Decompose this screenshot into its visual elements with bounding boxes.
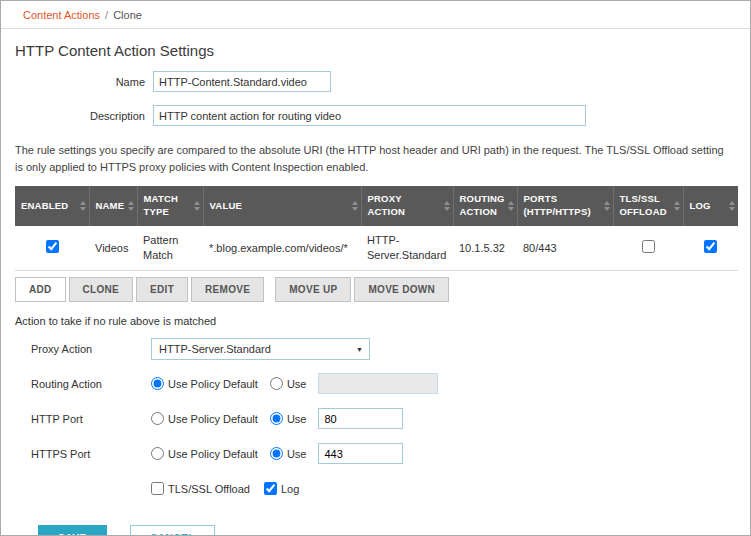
http-port-use-policy-default-label: Use Policy Default: [168, 413, 258, 425]
breadcrumb: Content Actions/Clone: [1, 1, 750, 29]
column-header-enabled[interactable]: ENABLED: [15, 186, 89, 226]
https-port-use-policy-default-radio[interactable]: [151, 447, 164, 460]
rule-name-cell: Videos: [89, 226, 137, 270]
proxy-action-select[interactable]: HTTP-Server.Standard ▼: [151, 338, 370, 360]
chevron-down-icon: ▼: [356, 346, 363, 353]
column-header-log[interactable]: LOG: [683, 186, 738, 226]
description-label: Description: [1, 110, 145, 122]
column-header-routing-action[interactable]: ROUTING ACTION: [453, 186, 517, 226]
rule-match-type-cell: Pattern Match: [137, 226, 203, 270]
add-button[interactable]: ADD: [15, 277, 66, 302]
name-input[interactable]: [153, 71, 331, 92]
rule-enabled-checkbox[interactable]: [46, 240, 59, 253]
http-content-action-settings-page: Content Actions/Clone HTTP Content Actio…: [0, 0, 751, 536]
sort-icon: [604, 201, 610, 211]
column-header-match-type[interactable]: MATCH TYPE: [137, 186, 203, 226]
breadcrumb-current: Clone: [113, 9, 142, 21]
rule-tls-offload-cell: [613, 226, 683, 270]
description-input[interactable]: [153, 105, 586, 126]
http-port-label: HTTP Port: [31, 413, 151, 425]
move-down-button[interactable]: MOVE DOWN: [354, 277, 449, 302]
tls-ssl-offload-label: TLS/SSL Offload: [168, 483, 250, 495]
name-field-row: Name: [1, 71, 750, 92]
http-port-row: HTTP Port Use Policy Default Use: [31, 408, 750, 430]
https-port-input[interactable]: [318, 443, 403, 464]
no-rule-action-heading: Action to take if no rule above is match…: [15, 315, 736, 327]
log-checkbox[interactable]: [264, 482, 277, 495]
rule-log-checkbox[interactable]: [704, 240, 717, 253]
edit-button[interactable]: EDIT: [136, 277, 188, 302]
routing-use-policy-default-radio[interactable]: [151, 377, 164, 390]
routing-action-row: Routing Action Use Policy Default Use: [31, 373, 750, 395]
http-port-use-label: Use: [287, 413, 307, 425]
page-title: HTTP Content Action Settings: [15, 42, 736, 59]
sort-icon: [729, 201, 735, 211]
rule-proxy-action-cell: HTTP-Server.Standard: [361, 226, 453, 270]
column-header-tls-ssl-offload[interactable]: TLS/SSL OFFLOAD: [613, 186, 683, 226]
proxy-action-label: Proxy Action: [31, 343, 151, 355]
https-port-use-policy-default-label: Use Policy Default: [168, 448, 258, 460]
sort-icon: [508, 201, 514, 211]
remove-button[interactable]: REMOVE: [191, 277, 264, 302]
column-header-name[interactable]: NAME: [89, 186, 137, 226]
column-header-ports[interactable]: PORTS (HTTP/HTTPS): [517, 186, 613, 226]
routing-custom-input: [318, 373, 438, 394]
rules-table-header-row: ENABLED NAME MATCH TYPE VALUE PROXY ACTI…: [15, 186, 738, 226]
sort-icon: [674, 201, 680, 211]
https-port-label: HTTPS Port: [31, 448, 151, 460]
move-up-button[interactable]: MOVE UP: [275, 277, 351, 302]
routing-use-radio[interactable]: [270, 377, 283, 390]
column-header-proxy-action[interactable]: PROXY ACTION: [361, 186, 453, 226]
rule-routing-action-cell: 10.1.5.32: [453, 226, 517, 270]
https-port-use-radio[interactable]: [270, 447, 283, 460]
routing-use-label: Use: [287, 378, 307, 390]
log-label: Log: [281, 483, 299, 495]
sort-icon: [352, 201, 358, 211]
sort-icon: [80, 201, 86, 211]
clone-button[interactable]: CLONE: [69, 277, 134, 302]
rule-settings-description: The rule settings you specify are compar…: [15, 142, 734, 175]
breadcrumb-link-content-actions[interactable]: Content Actions: [23, 9, 100, 21]
https-port-row: HTTPS Port Use Policy Default Use: [31, 443, 750, 465]
form-action-row: SAVE CANCEL: [38, 525, 750, 536]
rule-tls-offload-checkbox[interactable]: [642, 240, 655, 253]
sort-icon: [128, 201, 134, 211]
rules-table: ENABLED NAME MATCH TYPE VALUE PROXY ACTI…: [15, 186, 738, 271]
proxy-action-selected-value: HTTP-Server.Standard: [159, 343, 271, 355]
http-port-use-radio[interactable]: [270, 412, 283, 425]
rule-enabled-cell: [15, 226, 89, 270]
sort-icon: [444, 201, 450, 211]
breadcrumb-separator: /: [105, 9, 108, 21]
http-port-use-policy-default-radio[interactable]: [151, 412, 164, 425]
https-port-use-label: Use: [287, 448, 307, 460]
description-field-row: Description: [1, 105, 750, 126]
cancel-button[interactable]: CANCEL: [130, 525, 215, 536]
tls-ssl-offload-checkbox[interactable]: [151, 482, 164, 495]
rule-value-cell: *.blog.example.com/videos/*: [203, 226, 361, 270]
sort-icon: [194, 201, 200, 211]
name-label: Name: [1, 76, 145, 88]
routing-use-policy-default-label: Use Policy Default: [168, 378, 258, 390]
table-row[interactable]: Videos Pattern Match *.blog.example.com/…: [15, 226, 738, 270]
rule-log-cell: [683, 226, 738, 270]
save-button[interactable]: SAVE: [38, 525, 107, 536]
proxy-action-row: Proxy Action HTTP-Server.Standard ▼: [31, 338, 750, 360]
column-header-value[interactable]: VALUE: [203, 186, 361, 226]
table-button-row: ADD CLONE EDIT REMOVE MOVE UP MOVE DOWN: [15, 277, 736, 302]
offload-log-row: TLS/SSL Offload Log: [31, 478, 750, 500]
http-port-input[interactable]: [318, 408, 403, 429]
rule-ports-cell: 80/443: [517, 226, 613, 270]
routing-action-label: Routing Action: [31, 378, 151, 390]
